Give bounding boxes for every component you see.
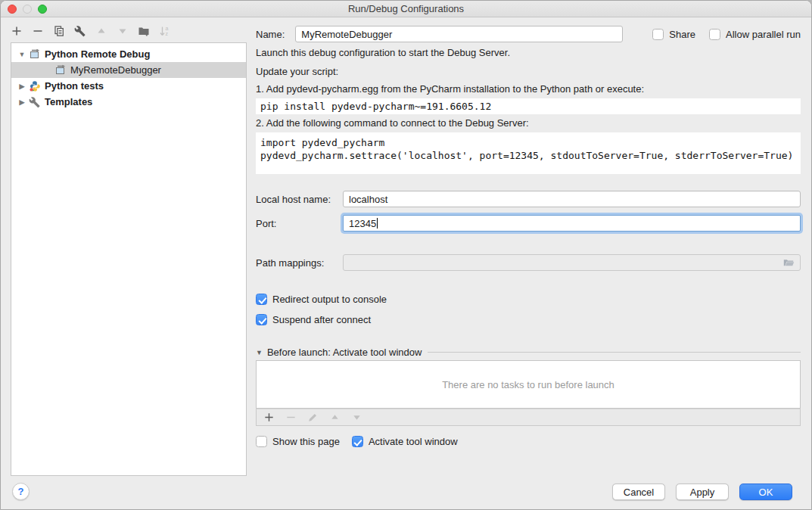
move-task-down-button: [350, 411, 363, 424]
edit-task-button: [306, 411, 319, 424]
chevron-collapsed-icon[interactable]: ▶: [17, 82, 26, 90]
allow-parallel-run-group[interactable]: Allow parallel run: [709, 29, 801, 40]
edit-defaults-button[interactable]: [73, 24, 87, 38]
move-down-icon: [117, 25, 129, 37]
copy-icon: [53, 25, 65, 37]
port-row: Port: 12345: [256, 215, 801, 232]
share-checkbox[interactable]: [652, 29, 664, 40]
add-configuration-button[interactable]: [10, 24, 23, 38]
share-checkbox-group[interactable]: Share: [652, 29, 695, 40]
svg-text:z: z: [166, 31, 169, 36]
before-launch-task-list[interactable]: There are no tasks to run before launch: [256, 360, 801, 409]
show-this-page-checkbox[interactable]: [256, 436, 267, 447]
step1-text: 1. Add pydevd-pycharm.egg from the PyCha…: [256, 83, 801, 95]
settrace-code-block: import pydevd_pycharmpydevd_pycharm.sett…: [256, 132, 801, 174]
chevron-collapsed-icon[interactable]: ▶: [17, 98, 26, 106]
run-config-icon: [29, 48, 41, 61]
move-up-button: [95, 24, 108, 38]
pip-install-command: pip install pydevd-pycharm~=191.6605.12: [256, 98, 801, 114]
local-host-input[interactable]: localhost: [343, 191, 801, 207]
move-task-up-button: [328, 411, 341, 424]
tree-item-python-tests[interactable]: ▶ Python tests: [11, 78, 246, 94]
before-launch-header: Before launch: Activate tool window: [267, 347, 422, 358]
page-options-row: Show this page Activate tool window: [256, 436, 801, 447]
tree-item-python-remote-debug[interactable]: ▼ Python Remote Debug: [11, 46, 246, 62]
dialog-body: az ▼ Python Remote Debug MyRemoteDebugge…: [1, 17, 811, 476]
minimize-window-button: [23, 5, 32, 14]
move-down-icon: [351, 412, 362, 423]
chevron-expanded-icon[interactable]: ▼: [256, 349, 263, 356]
remove-icon: [285, 412, 297, 423]
tree-item-label: MyRemoteDebugger: [70, 64, 161, 76]
suspend-after-connect-checkbox[interactable]: [256, 314, 267, 325]
tree-item-label: Python tests: [45, 80, 104, 92]
move-up-icon: [329, 412, 341, 423]
local-host-label: Local host name:: [256, 194, 343, 205]
help-button[interactable]: ?: [12, 483, 30, 500]
configurations-tree: ▼ Python Remote Debug MyRemoteDebugger ▶…: [11, 42, 247, 476]
pencil-icon: [307, 412, 319, 423]
allow-parallel-run-checkbox[interactable]: [709, 29, 720, 40]
local-host-row: Local host name: localhost: [256, 191, 801, 207]
path-mappings-row: Path mappings:: [256, 254, 801, 271]
suspend-after-connect-row[interactable]: Suspend after connect: [256, 314, 801, 325]
allow-parallel-run-label: Allow parallel run: [726, 29, 801, 40]
activate-tool-window-group[interactable]: Activate tool window: [352, 436, 458, 447]
close-window-button[interactable]: [8, 5, 17, 14]
remove-icon: [32, 25, 44, 37]
port-label: Port:: [256, 218, 343, 229]
chevron-expanded-icon[interactable]: ▼: [17, 51, 26, 58]
tree-item-myremotedebugger[interactable]: MyRemoteDebugger: [11, 62, 246, 78]
configurations-toolbar: az: [10, 24, 172, 38]
apply-button[interactable]: Apply: [676, 484, 729, 500]
move-up-icon: [95, 25, 107, 37]
step2-text: 2. Add the following command to connect …: [256, 117, 801, 129]
before-launch-header-row[interactable]: ▼ Before launch: Activate tool window: [256, 347, 801, 358]
text-cursor: [377, 218, 378, 229]
share-label: Share: [669, 29, 695, 40]
zoom-window-button[interactable]: [38, 5, 47, 14]
name-label: Name:: [256, 29, 285, 40]
browse-folder-icon[interactable]: [782, 257, 795, 269]
help-icon: ?: [18, 486, 24, 497]
tree-item-templates[interactable]: ▶ Templates: [11, 94, 246, 110]
name-input[interactable]: MyRemoteDebugger: [295, 26, 623, 42]
show-this-page-group[interactable]: Show this page: [256, 436, 340, 447]
redirect-output-row[interactable]: Redirect output to console: [256, 294, 801, 305]
remove-task-button: [284, 411, 297, 424]
run-config-icon: [54, 64, 67, 76]
name-row: Name: MyRemoteDebugger Share Allow paral…: [256, 26, 801, 42]
redirect-output-checkbox[interactable]: [256, 294, 267, 305]
tree-item-label: Python Remote Debug: [45, 48, 150, 60]
add-task-button[interactable]: [262, 411, 275, 424]
wrench-icon: [74, 25, 86, 37]
python-tests-icon: [29, 80, 41, 92]
show-this-page-label: Show this page: [272, 436, 340, 447]
new-folder-button[interactable]: [137, 24, 151, 38]
sort-alphabetically-button: az: [158, 24, 172, 38]
ok-button[interactable]: OK: [739, 484, 792, 500]
traffic-lights: [8, 5, 47, 14]
titlebar: Run/Debug Configurations: [1, 1, 811, 17]
sort-alphabetically-icon: az: [159, 25, 171, 37]
window-title: Run/Debug Configurations: [348, 3, 464, 14]
path-mappings-input[interactable]: [343, 254, 801, 271]
tree-item-label: Templates: [45, 96, 92, 107]
add-icon: [11, 25, 23, 37]
launch-description-text: Launch this debug configuration to start…: [256, 47, 801, 59]
suspend-after-connect-label: Suspend after connect: [272, 314, 371, 325]
activate-tool-window-checkbox[interactable]: [352, 436, 363, 447]
update-script-text: Update your script:: [256, 66, 801, 78]
templates-wrench-icon: [29, 96, 41, 108]
port-input[interactable]: 12345: [343, 215, 801, 232]
section-divider: [428, 352, 801, 353]
copy-configuration-button[interactable]: [52, 24, 66, 38]
run-debug-configurations-dialog: Run/Debug Configurations: [0, 0, 812, 510]
move-down-button: [116, 24, 129, 38]
activate-tool-window-label: Activate tool window: [369, 436, 458, 447]
remove-configuration-button[interactable]: [31, 24, 45, 38]
add-icon: [263, 412, 275, 423]
svg-text:a: a: [166, 26, 169, 31]
cancel-button[interactable]: Cancel: [612, 484, 665, 500]
dialog-footer: ? Cancel Apply OK: [1, 476, 811, 509]
